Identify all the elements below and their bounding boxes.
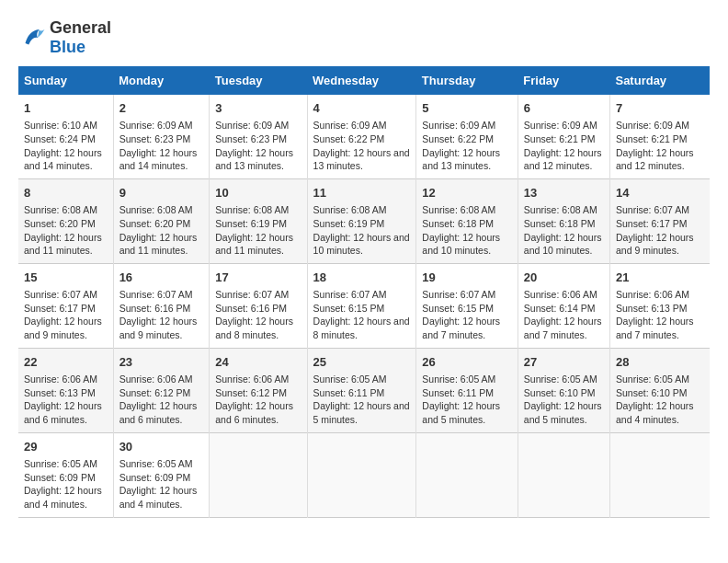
sunrise-text: Sunrise: 6:07 AM	[616, 203, 704, 217]
day-number: 16	[119, 270, 204, 286]
day-number: 28	[616, 354, 704, 371]
calendar-cell: 2Sunrise: 6:09 AMSunset: 6:23 PMDaylight…	[113, 95, 210, 178]
daylight-text: Daylight: 12 hours and 11 minutes.	[119, 231, 204, 258]
calendar-cell: 17Sunrise: 6:07 AMSunset: 6:16 PMDayligh…	[210, 263, 307, 348]
calendar-cell: 16Sunrise: 6:07 AMSunset: 6:16 PMDayligh…	[113, 263, 210, 348]
daylight-text: Daylight: 12 hours and 7 minutes.	[422, 315, 511, 341]
day-number: 1	[24, 100, 108, 117]
daylight-text: Daylight: 12 hours and 10 minutes.	[422, 231, 511, 258]
sunrise-text: Sunrise: 6:06 AM	[24, 373, 108, 386]
sunset-text: Sunset: 6:15 PM	[313, 302, 411, 316]
sunrise-text: Sunrise: 6:08 AM	[422, 203, 511, 217]
calendar-cell: 18Sunrise: 6:07 AMSunset: 6:15 PMDayligh…	[307, 263, 416, 348]
sunrise-text: Sunrise: 6:08 AM	[215, 203, 301, 217]
calendar-table: SundayMondayTuesdayWednesdayThursdayFrid…	[18, 66, 710, 518]
sunrise-text: Sunrise: 6:07 AM	[422, 288, 511, 302]
sunset-text: Sunset: 6:09 PM	[119, 471, 204, 485]
header-day: Tuesday	[210, 66, 307, 95]
sunrise-text: Sunrise: 6:05 AM	[313, 373, 411, 386]
calendar-cell: 27Sunrise: 6:05 AMSunset: 6:10 PMDayligh…	[518, 348, 609, 432]
day-number: 9	[119, 185, 204, 201]
day-number: 10	[215, 185, 301, 201]
header-day: Sunday	[18, 66, 113, 95]
calendar-cell: 24Sunrise: 6:06 AMSunset: 6:12 PMDayligh…	[210, 348, 307, 432]
daylight-text: Daylight: 12 hours and 12 minutes.	[616, 146, 704, 173]
sunset-text: Sunset: 6:15 PM	[422, 302, 511, 316]
calendar-cell: 15Sunrise: 6:07 AMSunset: 6:17 PMDayligh…	[18, 263, 113, 348]
calendar-week-row: 8Sunrise: 6:08 AMSunset: 6:20 PMDaylight…	[18, 178, 710, 263]
sunset-text: Sunset: 6:21 PM	[524, 132, 604, 146]
day-number: 21	[616, 270, 704, 286]
sunset-text: Sunset: 6:11 PM	[422, 386, 511, 400]
sunset-text: Sunset: 6:17 PM	[616, 217, 704, 231]
daylight-text: Daylight: 12 hours and 14 minutes.	[24, 146, 108, 173]
sunset-text: Sunset: 6:20 PM	[24, 217, 108, 231]
sunset-text: Sunset: 6:14 PM	[524, 302, 604, 316]
sunset-text: Sunset: 6:16 PM	[215, 302, 301, 316]
sunset-text: Sunset: 6:17 PM	[24, 302, 108, 316]
sunset-text: Sunset: 6:13 PM	[616, 302, 704, 316]
calendar-cell: 8Sunrise: 6:08 AMSunset: 6:20 PMDaylight…	[18, 178, 113, 263]
page-header: General Blue	[18, 18, 710, 57]
sunset-text: Sunset: 6:22 PM	[313, 132, 411, 146]
sunrise-text: Sunrise: 6:08 AM	[24, 203, 108, 217]
daylight-text: Daylight: 12 hours and 13 minutes.	[215, 146, 301, 173]
daylight-text: Daylight: 12 hours and 9 minutes.	[119, 315, 204, 341]
sunrise-text: Sunrise: 6:06 AM	[616, 288, 704, 302]
day-number: 12	[422, 185, 511, 201]
calendar-week-row: 29Sunrise: 6:05 AMSunset: 6:09 PMDayligh…	[18, 432, 710, 517]
calendar-cell: 14Sunrise: 6:07 AMSunset: 6:17 PMDayligh…	[609, 178, 710, 263]
sunrise-text: Sunrise: 6:09 AM	[119, 119, 204, 132]
daylight-text: Daylight: 12 hours and 6 minutes.	[119, 399, 204, 426]
sunset-text: Sunset: 6:20 PM	[119, 217, 204, 231]
header-day: Saturday	[609, 66, 710, 95]
sunrise-text: Sunrise: 6:09 AM	[524, 119, 604, 132]
sunset-text: Sunset: 6:23 PM	[215, 132, 301, 146]
sunrise-text: Sunrise: 6:05 AM	[616, 373, 704, 386]
day-number: 20	[524, 270, 604, 286]
day-number: 23	[119, 354, 204, 371]
calendar-cell: 5Sunrise: 6:09 AMSunset: 6:22 PMDaylight…	[416, 95, 518, 178]
sunset-text: Sunset: 6:18 PM	[422, 217, 511, 231]
daylight-text: Daylight: 12 hours and 4 minutes.	[616, 399, 704, 426]
calendar-cell: 28Sunrise: 6:05 AMSunset: 6:10 PMDayligh…	[609, 348, 710, 432]
calendar-week-row: 22Sunrise: 6:06 AMSunset: 6:13 PMDayligh…	[18, 348, 710, 432]
day-number: 14	[616, 185, 704, 201]
sunrise-text: Sunrise: 6:07 AM	[24, 288, 108, 302]
day-number: 24	[215, 354, 301, 371]
header-day: Monday	[113, 66, 210, 95]
sunrise-text: Sunrise: 6:05 AM	[422, 373, 511, 386]
calendar-cell: 30Sunrise: 6:05 AMSunset: 6:09 PMDayligh…	[113, 432, 210, 517]
calendar-cell: 29Sunrise: 6:05 AMSunset: 6:09 PMDayligh…	[18, 432, 113, 517]
day-number: 18	[313, 270, 411, 286]
calendar-cell: 20Sunrise: 6:06 AMSunset: 6:14 PMDayligh…	[518, 263, 609, 348]
sunset-text: Sunset: 6:13 PM	[24, 386, 108, 400]
sunset-text: Sunset: 6:19 PM	[215, 217, 301, 231]
calendar-cell	[307, 432, 416, 517]
sunrise-text: Sunrise: 6:09 AM	[616, 119, 704, 132]
sunset-text: Sunset: 6:10 PM	[524, 386, 604, 400]
sunset-text: Sunset: 6:16 PM	[119, 302, 204, 316]
calendar-cell: 19Sunrise: 6:07 AMSunset: 6:15 PMDayligh…	[416, 263, 518, 348]
sunset-text: Sunset: 6:24 PM	[24, 132, 108, 146]
day-number: 29	[24, 439, 108, 455]
daylight-text: Daylight: 12 hours and 9 minutes.	[24, 315, 108, 341]
daylight-text: Daylight: 12 hours and 11 minutes.	[24, 231, 108, 258]
calendar-cell: 25Sunrise: 6:05 AMSunset: 6:11 PMDayligh…	[307, 348, 416, 432]
daylight-text: Daylight: 12 hours and 11 minutes.	[215, 231, 301, 258]
calendar-cell: 1Sunrise: 6:10 AMSunset: 6:24 PMDaylight…	[18, 95, 113, 178]
sunrise-text: Sunrise: 6:09 AM	[313, 119, 411, 132]
day-number: 2	[119, 100, 204, 117]
daylight-text: Daylight: 12 hours and 13 minutes.	[313, 146, 411, 173]
day-number: 3	[215, 100, 301, 117]
calendar-cell: 9Sunrise: 6:08 AMSunset: 6:20 PMDaylight…	[113, 178, 210, 263]
daylight-text: Daylight: 12 hours and 5 minutes.	[422, 399, 511, 426]
daylight-text: Daylight: 12 hours and 9 minutes.	[616, 231, 704, 258]
sunrise-text: Sunrise: 6:07 AM	[215, 288, 301, 302]
header-day: Wednesday	[307, 66, 416, 95]
calendar-cell: 12Sunrise: 6:08 AMSunset: 6:18 PMDayligh…	[416, 178, 518, 263]
daylight-text: Daylight: 12 hours and 12 minutes.	[524, 146, 604, 173]
calendar-cell: 10Sunrise: 6:08 AMSunset: 6:19 PMDayligh…	[210, 178, 307, 263]
calendar-cell	[609, 432, 710, 517]
daylight-text: Daylight: 12 hours and 4 minutes.	[24, 484, 108, 511]
